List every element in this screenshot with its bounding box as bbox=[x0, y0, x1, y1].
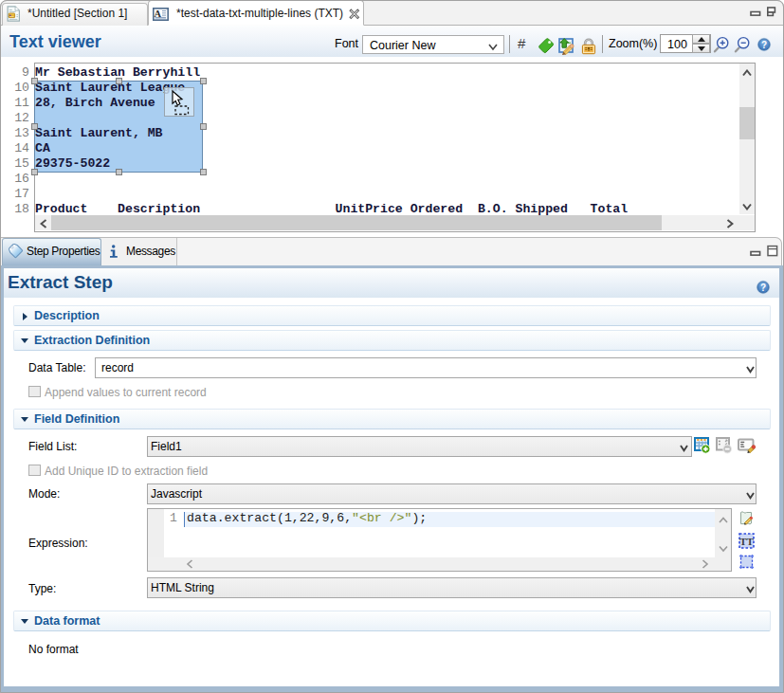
svg-text:TT: TT bbox=[739, 536, 754, 547]
svg-text:?: ? bbox=[761, 40, 767, 50]
svg-text:?: ? bbox=[760, 283, 766, 293]
